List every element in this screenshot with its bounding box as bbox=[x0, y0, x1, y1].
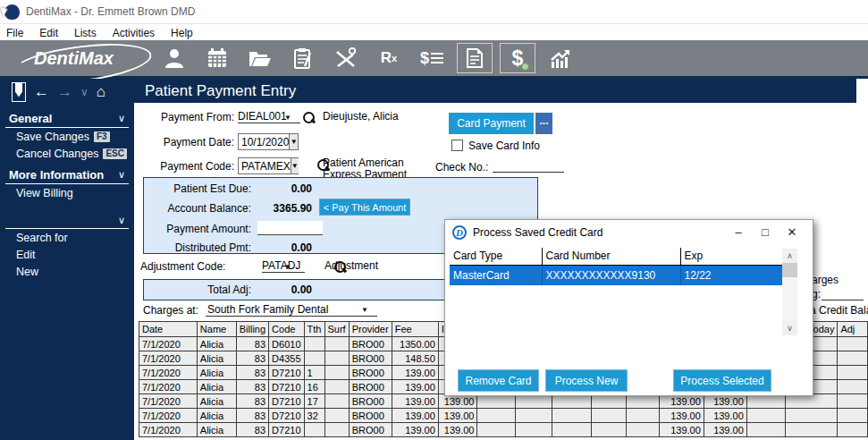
dentimax-logo: DentiMax bbox=[25, 47, 122, 71]
item-label: Cancel Changes bbox=[16, 148, 98, 160]
minimize-icon[interactable]: – bbox=[725, 225, 752, 239]
sidebar-item-cancel-changes[interactable]: Cancel Changes ESC bbox=[0, 145, 134, 162]
menu-lists[interactable]: Lists bbox=[74, 27, 97, 39]
rx-icon[interactable]: Rx bbox=[371, 43, 407, 73]
close-icon[interactable]: ✕ bbox=[779, 225, 805, 239]
item-label: Save Changes bbox=[16, 131, 89, 143]
scrollbar-thumb[interactable] bbox=[782, 263, 797, 277]
column-header[interactable]: Card Type bbox=[450, 248, 542, 265]
grid-cell: 139.00 bbox=[392, 394, 438, 409]
scroll-up-icon[interactable]: ∧ bbox=[782, 249, 797, 263]
distributed-pmt-value: 0.00 bbox=[260, 241, 312, 254]
grid-cell: 83 bbox=[236, 423, 268, 437]
menu-edit[interactable]: Edit bbox=[39, 27, 58, 39]
reports-icon[interactable] bbox=[543, 43, 578, 73]
menu-file[interactable]: File bbox=[6, 27, 23, 39]
adjustment-code-dropdown-icon[interactable]: ▼ bbox=[284, 263, 291, 271]
documents-icon[interactable] bbox=[457, 43, 493, 73]
payment-date-dropdown-icon[interactable]: ▼ bbox=[289, 134, 298, 149]
home-icon[interactable]: ⌂ bbox=[97, 83, 105, 101]
grid-row[interactable]: 7/1/2020Alicia83D7210BRO00139.00139.0013… bbox=[139, 423, 868, 437]
ledger-dollar: $ bbox=[420, 49, 429, 68]
pin-icon[interactable] bbox=[12, 82, 26, 102]
column-header[interactable]: Exp bbox=[680, 248, 786, 265]
chart-clipboard-icon[interactable] bbox=[285, 43, 321, 73]
check-no-input[interactable] bbox=[493, 159, 564, 173]
schedule-icon[interactable] bbox=[199, 43, 235, 73]
open-folder-icon[interactable] bbox=[242, 43, 278, 73]
sidebar-section-collapsed[interactable]: ∨ bbox=[5, 214, 129, 229]
menu-bar: File Edit Lists Activities Help bbox=[0, 25, 868, 40]
back-arrow-icon[interactable]: ← bbox=[34, 84, 49, 99]
payment-icon[interactable]: $ bbox=[500, 43, 535, 73]
column-header[interactable]: Adj bbox=[838, 322, 868, 337]
ledger-icon[interactable]: $ bbox=[414, 43, 450, 73]
process-selected-button[interactable]: Process Selected bbox=[673, 369, 771, 392]
payment-from-value[interactable]: DIEAL001 bbox=[238, 110, 287, 123]
column-header[interactable]: Provider bbox=[349, 322, 392, 337]
save-card-checkbox[interactable] bbox=[451, 140, 463, 151]
dental-tools-icon[interactable] bbox=[328, 43, 364, 73]
grid-cell: 83 bbox=[236, 394, 268, 409]
charges-at-value[interactable]: South Fork Family Dental bbox=[207, 303, 328, 316]
grid-cell: D4355 bbox=[269, 351, 304, 366]
payment-code-combobox[interactable]: PATAMEX ▼ bbox=[238, 157, 299, 174]
dialog-scrollbar[interactable]: ∧ ∨ bbox=[782, 249, 797, 335]
sidebar: ← → ∨ ⌂ General ∨ Save Changes F3 Cancel… bbox=[0, 79, 134, 440]
payment-from-search-icon[interactable] bbox=[303, 112, 315, 123]
column-header[interactable]: Surf bbox=[324, 322, 349, 337]
adjustment-code-value[interactable]: PATADJ bbox=[262, 259, 300, 272]
shortcut-badge: ESC bbox=[103, 148, 127, 159]
card-payment-more-button[interactable]: ... bbox=[535, 113, 552, 134]
history-chevron-icon[interactable]: ∨ bbox=[80, 86, 88, 98]
payment-date-combobox[interactable]: 10/1/2020 ▼ bbox=[238, 133, 299, 150]
charges-at-dropdown-icon[interactable]: ▼ bbox=[361, 306, 368, 314]
grid-cell: Alicia bbox=[197, 423, 236, 437]
grid-cell: 7/1/2020 bbox=[139, 394, 198, 409]
column-header[interactable]: Code bbox=[269, 322, 304, 337]
column-header[interactable]: Billing bbox=[236, 322, 268, 337]
grid-cell: 16 bbox=[304, 380, 324, 394]
sidebar-item-new[interactable]: New bbox=[0, 263, 134, 280]
payment-from-dropdown-icon[interactable]: ▼ bbox=[284, 114, 291, 122]
sidebar-item-search-for[interactable]: Search for bbox=[0, 229, 134, 246]
chevron-down-icon[interactable]: ∨ bbox=[118, 169, 125, 181]
sidebar-item-edit[interactable]: Edit bbox=[0, 246, 134, 263]
remove-card-button[interactable]: Remove Card bbox=[458, 369, 539, 392]
grid-row[interactable]: MasterCardXXXXXXXXXXXX913012/22 bbox=[450, 265, 786, 285]
grid-row[interactable]: 7/1/2020Alicia83D721032BRO00139.00139.00… bbox=[139, 409, 868, 423]
menu-help[interactable]: Help bbox=[171, 27, 193, 39]
column-header[interactable]: Tth bbox=[304, 322, 324, 337]
payment-code-dropdown-icon[interactable]: ▼ bbox=[291, 158, 299, 173]
card-payment-button[interactable]: Card Payment bbox=[449, 113, 534, 134]
grid-cell: 139.00 bbox=[392, 409, 438, 423]
pay-this-amount-button[interactable]: < Pay This Amount bbox=[319, 199, 410, 216]
menu-activities[interactable]: Activities bbox=[113, 27, 155, 39]
sidebar-item-view-billing[interactable]: View Billing bbox=[0, 184, 134, 201]
column-header[interactable]: Name bbox=[197, 322, 236, 337]
clipped-underline bbox=[822, 300, 864, 300]
grid-cell: 7/1/2020 bbox=[139, 423, 198, 437]
maximize-icon[interactable]: □ bbox=[752, 225, 779, 239]
chevron-down-icon[interactable]: ∨ bbox=[118, 113, 125, 124]
column-header[interactable]: Fee bbox=[392, 322, 438, 337]
scroll-down-icon[interactable]: ∨ bbox=[782, 321, 797, 335]
grid-cell bbox=[477, 423, 516, 437]
grid-cell bbox=[324, 366, 349, 380]
grid-cell: D7210 bbox=[269, 409, 304, 423]
payment-amount-input[interactable] bbox=[257, 221, 323, 235]
column-header[interactable]: Date bbox=[139, 322, 198, 337]
process-new-button[interactable]: Process New bbox=[545, 369, 628, 392]
column-header[interactable]: Card Number bbox=[542, 248, 680, 265]
sidebar-section-general[interactable]: General ∨ bbox=[5, 111, 129, 128]
grid-cell bbox=[626, 423, 660, 437]
forward-arrow-icon[interactable]: → bbox=[57, 84, 72, 99]
account-balance-value: 3365.90 bbox=[260, 202, 312, 215]
grid-cell: 139.00 bbox=[660, 409, 704, 423]
grid-cell: 83 bbox=[236, 366, 268, 380]
chevron-down-icon[interactable]: ∨ bbox=[118, 215, 125, 226]
sidebar-item-save-changes[interactable]: Save Changes F3 bbox=[0, 128, 134, 145]
grid-cell bbox=[838, 351, 868, 366]
sidebar-section-more-information[interactable]: More Information ∨ bbox=[5, 167, 129, 184]
patient-icon[interactable] bbox=[156, 43, 192, 73]
